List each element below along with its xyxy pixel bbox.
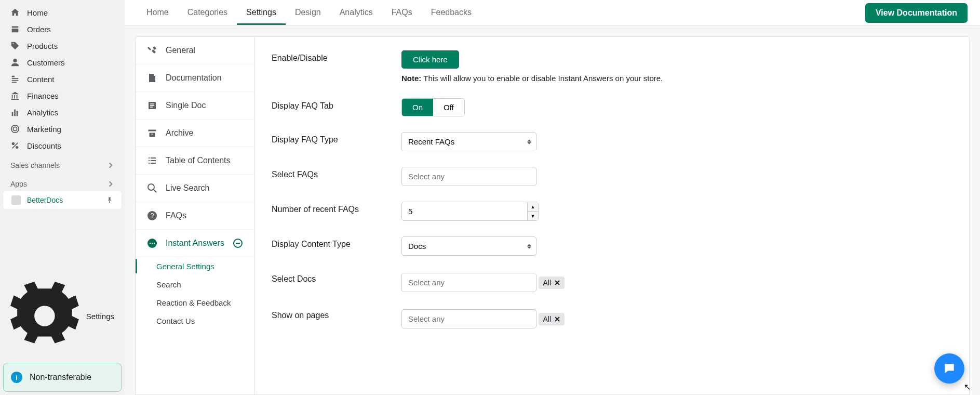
non-transferable-badge: i Non-transferable [3,363,122,392]
settings-nav-label: Instant Answers [166,239,224,248]
settings-nav-toc[interactable]: Table of Contents [136,147,254,175]
chat-fab[interactable] [934,353,964,384]
step-down-button[interactable]: ▼ [528,212,538,220]
settings-nav-label: FAQs [166,211,186,220]
sub-search[interactable]: Search [136,275,254,294]
settings-nav-label: Single Doc [166,101,206,110]
settings-nav-instant-answers[interactable]: Instant Answers [136,230,254,257]
row-select-docs: Select Docs All [272,271,952,292]
settings-nav-archive[interactable]: Archive [136,120,254,147]
nav-label: Discounts [27,141,61,150]
chip-all-pages: All [539,313,565,325]
tab-categories[interactable]: Categories [178,1,237,25]
content-type-label: Display Content Type [272,236,401,249]
tab-feedbacks[interactable]: Feedbacks [422,1,481,25]
orders-icon [10,24,20,34]
row-num-recent: Number of recent FAQs ▲ ▼ [272,202,952,221]
select-docs-input[interactable] [401,273,536,292]
settings-nav-label: General [166,46,195,55]
display-faq-type-label: Display FAQ Type [272,132,401,144]
settings-nav-general[interactable]: General [136,37,254,64]
chip-all-docs: All [539,276,565,289]
nav-content[interactable]: Content [0,71,125,87]
collapse-icon[interactable] [233,238,243,248]
content-type-select[interactable]: Docs [401,236,536,256]
shopify-sidebar: Home Orders Products Customers Content F… [0,0,125,395]
nav-customers[interactable]: Customers [0,54,125,71]
faq-type-select[interactable]: Recent FAQs [401,132,536,151]
nav-finances[interactable]: Finances [0,87,125,104]
app-icon [11,195,21,205]
chip-label: All [543,279,551,287]
toggle-on[interactable]: On [402,99,433,116]
section-label: Sales channels [10,161,60,169]
sub-contact-us[interactable]: Contact Us [136,312,254,330]
nav-label: Finances [27,91,59,100]
nav-discounts[interactable]: Discounts [0,137,125,154]
chat-icon [147,238,157,248]
archive-icon [147,128,157,138]
info-icon: i [11,372,22,383]
close-icon[interactable] [554,280,560,286]
nav-label: Home [27,8,48,17]
row-select-faqs: Select FAQs [272,167,952,186]
tools-icon [147,45,157,56]
sub-general-settings[interactable]: General Settings [136,257,254,275]
nav-orders[interactable]: Orders [0,21,125,37]
settings-nav-documentation[interactable]: Documentation [136,64,254,92]
nav-products[interactable]: Products [0,37,125,54]
settings-label: Settings [86,312,114,321]
tab-faqs[interactable]: FAQs [382,1,422,25]
app-betterdocs[interactable]: BetterDocs [3,191,122,209]
svg-point-1 [11,125,19,133]
settings-nav-label: Documentation [166,73,222,83]
bars-icon [10,108,20,117]
row-content-type: Display Content Type Docs [272,236,952,256]
chevron-right-icon [107,180,114,188]
apps-header[interactable]: Apps [0,173,125,191]
toggle-off[interactable]: Off [433,99,464,116]
settings-nav-live-search[interactable]: Live Search [136,175,254,202]
tab-home[interactable]: Home [137,1,178,25]
tab-design[interactable]: Design [286,1,330,25]
select-docs-label: Select Docs [272,271,401,284]
chip-label: All [543,315,551,323]
settings-nav-faqs[interactable]: ? FAQs [136,202,254,230]
settings-nav-label: Archive [166,128,193,138]
show-on-pages-input[interactable] [401,309,536,328]
chevron-right-icon [107,162,114,169]
nav-marketing[interactable]: Marketing [0,121,125,137]
close-icon[interactable] [554,316,560,322]
view-documentation-button[interactable]: View Documentation [865,3,968,23]
tag-icon [10,41,20,50]
svg-point-10 [150,243,151,244]
row-display-faq-tab: Display FAQ Tab On Off [272,98,952,116]
settings-nav-label: Live Search [166,183,210,193]
app-label: BetterDocs [27,196,100,204]
step-up-button[interactable]: ▲ [528,202,538,212]
help-icon: ? [147,210,157,221]
nav-home[interactable]: Home [0,4,125,21]
nav-settings[interactable]: Settings [0,276,125,356]
percent-icon [10,141,20,150]
content-type-select-el[interactable]: Docs [401,236,536,256]
svg-point-0 [13,59,17,62]
num-recent-input[interactable] [401,202,528,221]
row-enable: Enable/Disable Click here Note: This wil… [272,50,952,83]
top-tabs: Home Categories Settings Design Analytic… [125,0,980,26]
tab-settings[interactable]: Settings [237,1,286,25]
nav-analytics[interactable]: Analytics [0,104,125,121]
target-icon [10,124,20,134]
settings-nav-label: Table of Contents [166,156,231,165]
sales-channels-header[interactable]: Sales channels [0,154,125,173]
tab-analytics[interactable]: Analytics [330,1,382,25]
settings-nav-single-doc[interactable]: Single Doc [136,92,254,120]
faq-type-select-el[interactable]: Recent FAQs [401,132,536,151]
svg-point-11 [152,243,153,244]
click-here-button[interactable]: Click here [401,50,459,69]
badge-text: Non-transferable [30,373,91,382]
sub-reaction-feedback[interactable]: Reaction & Feedback [136,294,254,312]
select-faqs-input[interactable] [401,167,536,186]
pin-icon[interactable] [106,196,113,204]
show-on-pages-label: Show on pages [272,308,401,320]
